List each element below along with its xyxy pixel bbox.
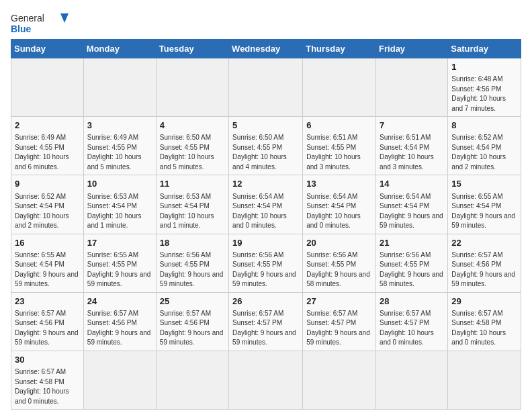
calendar-cell: 21Sunrise: 6:56 AM Sunset: 4:55 PM Dayli… (376, 234, 448, 292)
day-number: 22 (451, 237, 517, 249)
day-number: 13 (306, 178, 372, 190)
day-info: Sunrise: 6:49 AM Sunset: 4:55 PM Dayligh… (15, 133, 80, 172)
day-number: 30 (15, 354, 80, 366)
day-info: Sunrise: 6:57 AM Sunset: 4:57 PM Dayligh… (232, 309, 299, 348)
day-number: 21 (380, 237, 444, 249)
calendar-cell: 18Sunrise: 6:56 AM Sunset: 4:55 PM Dayli… (156, 234, 228, 292)
day-info: Sunrise: 6:48 AM Sunset: 4:56 PM Dayligh… (451, 75, 517, 113)
day-number: 2 (15, 120, 80, 132)
day-info: Sunrise: 6:56 AM Sunset: 4:55 PM Dayligh… (160, 250, 225, 289)
calendar-cell: 8Sunrise: 6:52 AM Sunset: 4:54 PM Daylig… (448, 117, 521, 175)
calendar-cell: 4Sunrise: 6:50 AM Sunset: 4:55 PM Daylig… (156, 117, 228, 175)
calendar-cell: 30Sunrise: 6:57 AM Sunset: 4:58 PM Dayli… (11, 351, 84, 409)
calendar-cell (303, 351, 376, 409)
day-info: Sunrise: 6:56 AM Sunset: 4:55 PM Dayligh… (380, 250, 444, 289)
day-number: 17 (87, 237, 152, 249)
calendar-cell: 23Sunrise: 6:57 AM Sunset: 4:56 PM Dayli… (11, 292, 84, 351)
page-header: General Blue (11, 11, 521, 35)
day-number: 11 (160, 178, 225, 190)
day-info: Sunrise: 6:56 AM Sunset: 4:55 PM Dayligh… (232, 250, 299, 289)
calendar-cell: 28Sunrise: 6:57 AM Sunset: 4:57 PM Dayli… (376, 292, 448, 351)
calendar-cell (83, 351, 156, 409)
day-number: 10 (87, 178, 152, 190)
calendar-cell: 14Sunrise: 6:54 AM Sunset: 4:54 PM Dayli… (376, 175, 448, 234)
day-info: Sunrise: 6:55 AM Sunset: 4:54 PM Dayligh… (15, 250, 80, 289)
calendar-week-3: 9Sunrise: 6:52 AM Sunset: 4:54 PM Daylig… (11, 175, 521, 234)
svg-marker-2 (60, 13, 69, 23)
day-number: 26 (232, 295, 299, 308)
day-info: Sunrise: 6:57 AM Sunset: 4:57 PM Dayligh… (306, 309, 372, 348)
day-info: Sunrise: 6:57 AM Sunset: 4:56 PM Dayligh… (160, 309, 225, 348)
calendar-table: SundayMondayTuesdayWednesdayThursdayFrid… (11, 39, 521, 410)
day-number: 28 (380, 295, 444, 308)
day-info: Sunrise: 6:51 AM Sunset: 4:55 PM Dayligh… (306, 133, 372, 172)
day-number: 6 (306, 120, 372, 132)
calendar-week-6: 30Sunrise: 6:57 AM Sunset: 4:58 PM Dayli… (11, 351, 521, 409)
calendar-cell: 19Sunrise: 6:56 AM Sunset: 4:55 PM Dayli… (229, 234, 303, 292)
day-number: 14 (380, 178, 444, 190)
calendar-week-2: 2Sunrise: 6:49 AM Sunset: 4:55 PM Daylig… (11, 117, 521, 175)
day-number: 29 (451, 295, 517, 308)
day-info: Sunrise: 6:53 AM Sunset: 4:54 PM Dayligh… (160, 192, 225, 231)
day-number: 5 (232, 120, 299, 132)
day-number: 20 (306, 237, 372, 249)
calendar-cell (448, 351, 521, 409)
header-monday: Monday (83, 40, 156, 58)
day-number: 12 (232, 178, 299, 190)
day-number: 16 (15, 237, 80, 249)
calendar-cell (11, 58, 84, 117)
calendar-cell: 16Sunrise: 6:55 AM Sunset: 4:54 PM Dayli… (11, 234, 84, 292)
calendar-cell (376, 58, 448, 117)
calendar-cell: 27Sunrise: 6:57 AM Sunset: 4:57 PM Dayli… (303, 292, 376, 351)
calendar-week-1: 1Sunrise: 6:48 AM Sunset: 4:56 PM Daylig… (11, 58, 521, 117)
calendar-cell (156, 58, 228, 117)
calendar-cell (229, 351, 303, 409)
header-tuesday: Tuesday (156, 40, 228, 58)
day-number: 18 (160, 237, 225, 249)
calendar-cell: 3Sunrise: 6:49 AM Sunset: 4:55 PM Daylig… (83, 117, 156, 175)
calendar-cell: 17Sunrise: 6:55 AM Sunset: 4:55 PM Dayli… (83, 234, 156, 292)
calendar-cell: 20Sunrise: 6:56 AM Sunset: 4:55 PM Dayli… (303, 234, 376, 292)
calendar-cell (156, 351, 228, 409)
calendar-cell: 15Sunrise: 6:55 AM Sunset: 4:54 PM Dayli… (448, 175, 521, 234)
calendar-cell: 7Sunrise: 6:51 AM Sunset: 4:54 PM Daylig… (376, 117, 448, 175)
day-number: 24 (87, 295, 152, 308)
calendar-cell (229, 58, 303, 117)
calendar-cell: 25Sunrise: 6:57 AM Sunset: 4:56 PM Dayli… (156, 292, 228, 351)
calendar-cell: 2Sunrise: 6:49 AM Sunset: 4:55 PM Daylig… (11, 117, 84, 175)
day-info: Sunrise: 6:50 AM Sunset: 4:55 PM Dayligh… (232, 133, 299, 172)
calendar-cell (376, 351, 448, 409)
day-number: 15 (451, 178, 517, 190)
day-number: 1 (451, 61, 517, 73)
day-info: Sunrise: 6:57 AM Sunset: 4:56 PM Dayligh… (15, 309, 80, 348)
day-number: 27 (306, 295, 372, 308)
day-info: Sunrise: 6:52 AM Sunset: 4:54 PM Dayligh… (15, 192, 80, 231)
calendar-cell (303, 58, 376, 117)
day-info: Sunrise: 6:54 AM Sunset: 4:54 PM Dayligh… (380, 192, 444, 231)
calendar-cell: 22Sunrise: 6:57 AM Sunset: 4:56 PM Dayli… (448, 234, 521, 292)
day-info: Sunrise: 6:50 AM Sunset: 4:55 PM Dayligh… (160, 133, 225, 172)
day-info: Sunrise: 6:57 AM Sunset: 4:56 PM Dayligh… (87, 309, 152, 348)
day-number: 23 (15, 295, 80, 308)
day-number: 25 (160, 295, 225, 308)
header-friday: Friday (376, 40, 448, 58)
day-number: 8 (451, 120, 517, 132)
calendar-cell: 29Sunrise: 6:57 AM Sunset: 4:58 PM Dayli… (448, 292, 521, 351)
calendar-cell: 12Sunrise: 6:54 AM Sunset: 4:54 PM Dayli… (229, 175, 303, 234)
calendar-week-5: 23Sunrise: 6:57 AM Sunset: 4:56 PM Dayli… (11, 292, 521, 351)
day-info: Sunrise: 6:53 AM Sunset: 4:54 PM Dayligh… (87, 192, 152, 231)
day-info: Sunrise: 6:57 AM Sunset: 4:57 PM Dayligh… (380, 309, 444, 348)
calendar-cell: 9Sunrise: 6:52 AM Sunset: 4:54 PM Daylig… (11, 175, 84, 234)
calendar-week-4: 16Sunrise: 6:55 AM Sunset: 4:54 PM Dayli… (11, 234, 521, 292)
day-number: 3 (87, 120, 152, 132)
day-info: Sunrise: 6:52 AM Sunset: 4:54 PM Dayligh… (451, 133, 517, 172)
day-info: Sunrise: 6:51 AM Sunset: 4:54 PM Dayligh… (380, 133, 444, 172)
calendar-cell: 24Sunrise: 6:57 AM Sunset: 4:56 PM Dayli… (83, 292, 156, 351)
calendar-cell: 6Sunrise: 6:51 AM Sunset: 4:55 PM Daylig… (303, 117, 376, 175)
calendar-cell: 10Sunrise: 6:53 AM Sunset: 4:54 PM Dayli… (83, 175, 156, 234)
logo-svg: General Blue (11, 11, 71, 35)
calendar-cell: 13Sunrise: 6:54 AM Sunset: 4:54 PM Dayli… (303, 175, 376, 234)
day-info: Sunrise: 6:55 AM Sunset: 4:54 PM Dayligh… (451, 192, 517, 231)
calendar-cell: 1Sunrise: 6:48 AM Sunset: 4:56 PM Daylig… (448, 58, 521, 117)
day-info: Sunrise: 6:55 AM Sunset: 4:55 PM Dayligh… (87, 250, 152, 289)
